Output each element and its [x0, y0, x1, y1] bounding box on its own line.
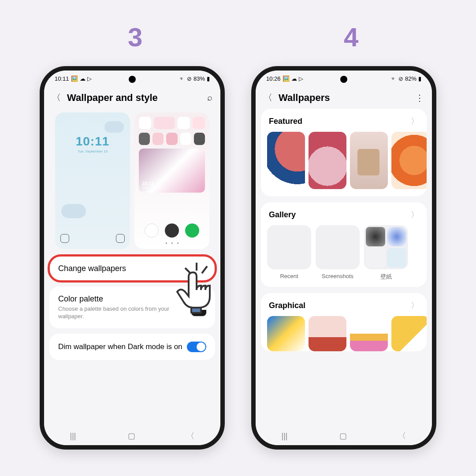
tap-hand-icon — [176, 260, 229, 317]
cloud-icon: ☁ — [291, 75, 297, 82]
gallery-album[interactable]: 壁紙 — [364, 225, 408, 281]
chevron-right-icon: 〉 — [411, 209, 419, 220]
homescreen-preview[interactable]: 22:11TUE, Sept 10 — [134, 112, 209, 249]
chevron-right-icon: 〉 — [411, 300, 419, 311]
nav-bar: ||| ▢ 〈 — [44, 427, 220, 445]
gallery-header[interactable]: Gallery〉 — [261, 202, 427, 225]
wifi-icon: ᯤ — [179, 75, 185, 82]
back-icon[interactable]: 〈 — [52, 92, 61, 104]
featured-thumb[interactable] — [391, 132, 427, 189]
gallery-album[interactable]: Recent — [267, 225, 311, 281]
battery-pct: 83% — [193, 75, 205, 82]
step-number-4: 4 — [344, 22, 358, 52]
graphical-thumb[interactable] — [350, 316, 388, 351]
dim-wallpaper-row[interactable]: Dim wallpaper when Dark mode is on — [49, 334, 215, 360]
home-icon[interactable]: ▢ — [339, 431, 347, 441]
wifi-icon: ᯤ — [391, 75, 397, 82]
settings-icon — [165, 223, 179, 238]
back-nav-icon[interactable]: 〈 — [398, 431, 406, 441]
dim-toggle[interactable] — [187, 342, 206, 352]
status-time: 10:26 — [266, 75, 281, 82]
status-time: 10:11 — [55, 75, 69, 82]
recents-icon[interactable]: ||| — [70, 431, 76, 441]
featured-thumb[interactable] — [350, 132, 388, 189]
phone-step-4: 10:26🖼️☁▷ ᯤ⊘82%▮ 〈 Wallpapers ⋮ Featured… — [251, 66, 436, 450]
battery-icon: ▮ — [207, 75, 210, 82]
page-title: Wallpapers — [279, 92, 409, 104]
featured-thumb[interactable] — [267, 132, 305, 189]
more-icon[interactable]: ⋮ — [415, 93, 424, 103]
graphical-section: Graphical〉 — [261, 293, 427, 351]
graphical-header[interactable]: Graphical〉 — [261, 293, 427, 316]
tutorial-canvas: 3 4 10:11🖼️☁▷ ᯤ⊘83%▮ 〈 Wallpaper and sty… — [0, 0, 476, 476]
nav-bar: ||| ▢ 〈 — [256, 427, 432, 445]
battery-icon: ▮ — [418, 75, 421, 82]
graphical-thumb[interactable] — [391, 316, 427, 351]
page-title: Wallpaper and style — [67, 92, 201, 104]
gallery-icon — [145, 223, 159, 238]
step-number-3: 3 — [128, 22, 142, 52]
graphical-thumb[interactable] — [309, 316, 346, 351]
play-icon: ▷ — [87, 75, 92, 82]
featured-thumb[interactable] — [309, 132, 346, 189]
recents-icon[interactable]: ||| — [281, 431, 287, 441]
gallery-album[interactable]: Screenshots — [316, 225, 360, 281]
back-nav-icon[interactable]: 〈 — [186, 431, 194, 441]
svg-line-2 — [202, 266, 207, 273]
phone-step-3: 10:11🖼️☁▷ ᯤ⊘83%▮ 〈 Wallpaper and style ⌕… — [40, 66, 225, 450]
lock-clock: 10:11 — [76, 134, 110, 149]
lockscreen-preview[interactable]: 10:11 Tue, September 10 — [55, 112, 130, 249]
play-icon: ▷ — [299, 75, 303, 82]
photo-icon: 🖼️ — [283, 75, 290, 82]
featured-header[interactable]: Featured〉 — [261, 109, 427, 132]
header: 〈 Wallpapers ⋮ — [256, 86, 432, 109]
gallery-section: Gallery〉 Recent Screenshots 壁紙 — [261, 202, 427, 287]
camera-notch — [129, 76, 136, 83]
graphical-thumb[interactable] — [267, 316, 305, 351]
camera-icon — [116, 234, 125, 243]
featured-section: Featured〉 — [261, 109, 427, 196]
home-icon[interactable]: ▢ — [128, 431, 135, 441]
wallpaper-previews: 10:11 Tue, September 10 22:11TUE, Sept 1… — [49, 109, 215, 256]
nodata-icon: ⊘ — [187, 75, 192, 82]
chevron-right-icon: 〉 — [411, 116, 419, 126]
back-icon[interactable]: 〈 — [264, 92, 272, 104]
search-icon[interactable]: ⌕ — [207, 93, 212, 103]
photo-icon: 🖼️ — [71, 75, 78, 82]
nodata-icon: ⊘ — [398, 75, 403, 82]
camera-notch — [340, 76, 347, 83]
phone-icon — [60, 234, 69, 243]
phone-app-icon — [185, 223, 199, 238]
header: 〈 Wallpaper and style ⌕ — [44, 86, 220, 109]
lock-date: Tue, September 10 — [78, 149, 108, 153]
cloud-icon: ☁ — [80, 75, 86, 82]
battery-pct: 82% — [405, 75, 416, 82]
svg-rect-3 — [191, 308, 201, 313]
